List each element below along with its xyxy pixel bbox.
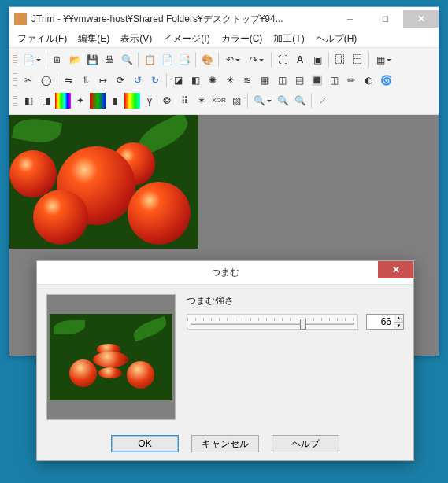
menu-image[interactable]: イメージ(I) (158, 31, 214, 47)
open-icon[interactable]: 📂 (67, 52, 83, 68)
menu-process[interactable]: 加工(T) (268, 31, 309, 47)
brick-icon[interactable]: ▦ (257, 72, 272, 88)
preview-icon[interactable]: 🔍 (119, 52, 135, 68)
new-icon[interactable]: 🗎 (50, 52, 65, 68)
cherry-decoration (127, 361, 154, 389)
transparent-icon[interactable]: ◐ (361, 72, 376, 88)
toolbar-row-3: ◧ ◨ ✦ ▮ γ ❂ ⠿ ✶ XOR ▨ 🔍 🔍 🔍 ⟋ (13, 90, 435, 111)
separator (138, 53, 139, 67)
recent-icon[interactable]: 📄 (20, 52, 43, 68)
save-icon[interactable]: 💾 (84, 52, 100, 68)
strength-slider[interactable] (187, 314, 358, 330)
menu-color[interactable]: カラー(C) (217, 31, 268, 47)
frame-icon[interactable]: ◫ (326, 72, 342, 88)
dialog-title: つまむ (211, 266, 239, 279)
round-crop-icon[interactable]: ◯ (38, 72, 54, 88)
spiral-icon[interactable]: 🌀 (378, 72, 394, 88)
titlebar[interactable]: JTrim - ¥¥vmware-host¥Shared Folders¥デスク… (9, 7, 439, 31)
compose-icon[interactable]: ▣ (309, 52, 325, 68)
grid-icon[interactable]: ▦ (372, 52, 394, 68)
cherry-decoration (98, 367, 122, 378)
cancel-button[interactable]: キャンセル (191, 435, 259, 452)
shift-icon[interactable]: ↦ (95, 72, 111, 88)
maximize-button[interactable] (368, 10, 403, 28)
print-icon[interactable]: 🖶 (102, 52, 117, 68)
texture-icon[interactable]: ▤ (291, 72, 307, 88)
undo-icon[interactable]: ↶ (222, 52, 244, 68)
close-button[interactable] (403, 10, 439, 28)
gamma-icon[interactable]: γ (142, 93, 157, 109)
dialog-close-button[interactable] (378, 261, 413, 278)
brightness-icon[interactable]: ◧ (20, 93, 36, 109)
emboss-icon[interactable]: ▨ (228, 93, 244, 109)
rotate-left-icon[interactable]: ↺ (130, 72, 146, 88)
zoom-out-icon[interactable]: 🔍 (251, 93, 273, 109)
zoom-in-icon[interactable]: 🔍 (275, 93, 291, 109)
toolbar-grip[interactable] (13, 73, 17, 87)
glass-icon[interactable]: ◫ (274, 72, 290, 88)
fade-icon[interactable]: ◧ (187, 72, 203, 88)
separator (271, 53, 272, 67)
copy-icon[interactable]: 📋 (142, 52, 157, 68)
menu-edit[interactable]: 編集(E) (73, 31, 114, 47)
posterize-icon[interactable]: ▮ (107, 93, 123, 109)
slider-thumb[interactable] (300, 319, 306, 330)
toolbar-row-1: 📄 🗎 📂 💾 🖶 🔍 📋 📄 📑 🎨 ↶ ↷ ⛶ A ▣ ⿲ ⿳ ▦ (13, 50, 435, 70)
separator (311, 94, 312, 108)
resize-icon[interactable]: ⛶ (275, 52, 291, 68)
strength-input[interactable] (367, 315, 394, 329)
flip-v-icon[interactable]: ⥮ (78, 72, 94, 88)
hue-icon[interactable] (55, 93, 71, 109)
shadow-icon[interactable]: ◪ (170, 72, 186, 88)
separator (328, 53, 329, 67)
menu-view[interactable]: 表示(V) (116, 31, 157, 47)
window-buttons (332, 10, 439, 28)
zoom-fit-icon[interactable]: 🔍 (292, 93, 308, 109)
redo-icon[interactable]: ↷ (246, 52, 268, 68)
pencil-icon[interactable]: ✏ (343, 72, 359, 88)
paint-icon[interactable]: 🎨 (199, 52, 215, 68)
soft-icon[interactable]: ✺ (205, 72, 220, 88)
paste-new-icon[interactable]: 📑 (176, 52, 192, 68)
toolbar-grip[interactable] (13, 53, 17, 67)
cherry-decoration (33, 190, 88, 245)
button-icon[interactable]: 🔳 (309, 72, 324, 88)
cherry-decoration (9, 150, 57, 197)
cherry-decoration (93, 352, 128, 367)
cherry-decoration (128, 182, 191, 245)
xor-icon[interactable]: XOR (211, 93, 227, 109)
solarize-icon[interactable]: ❂ (159, 93, 175, 109)
window-title: JTrim - ¥¥vmware-host¥Shared Folders¥デスク… (31, 13, 332, 26)
menu-file[interactable]: ファイル(F) (13, 31, 72, 47)
minimize-button[interactable] (332, 10, 368, 28)
toolbar-row-2: ✂ ◯ ⇋ ⥮ ↦ ⟳ ↺ ↻ ◪ ◧ ✺ ☀ ≋ ▦ ◫ ▤ 🔳 ◫ ✏ ◐ … (13, 70, 435, 90)
rotate-right-icon[interactable]: ↻ (147, 72, 163, 88)
spin-up-icon[interactable]: ▲ (394, 315, 403, 323)
contrast-icon[interactable]: ◨ (38, 93, 54, 109)
join-v-icon[interactable]: ⿳ (350, 52, 365, 68)
preview-pane (46, 294, 176, 420)
flip-h-icon[interactable]: ⇋ (61, 72, 76, 88)
paste-icon[interactable]: 📄 (159, 52, 175, 68)
toolbar-grip[interactable] (13, 94, 17, 108)
eyedropper-icon[interactable]: ⟋ (315, 93, 331, 109)
spotlight-icon[interactable]: ☀ (222, 72, 238, 88)
blinds-icon[interactable]: ≋ (239, 72, 255, 88)
pinch-dialog: つまむ つまむ強さ (36, 260, 414, 461)
dialog-titlebar[interactable]: つまむ (37, 261, 413, 285)
slider-track (191, 323, 354, 325)
noise-icon[interactable]: ⠿ (176, 93, 192, 109)
strength-spinner[interactable]: ▲ ▼ (366, 314, 404, 330)
rgb-icon[interactable]: ✦ (72, 93, 88, 109)
text-icon[interactable]: A (292, 52, 308, 68)
spin-down-icon[interactable]: ▼ (394, 323, 403, 330)
rotate-icon[interactable]: ⟳ (113, 72, 128, 88)
spread-icon[interactable]: ✶ (194, 93, 209, 109)
help-button[interactable]: ヘルプ (272, 435, 339, 452)
menu-help[interactable]: ヘルプ(H) (311, 31, 362, 47)
balance-icon[interactable] (90, 93, 106, 109)
ok-button[interactable]: OK (111, 435, 179, 452)
join-h-icon[interactable]: ⿲ (332, 52, 348, 68)
crop-icon[interactable]: ✂ (20, 72, 36, 88)
gradient-icon[interactable] (124, 93, 140, 109)
